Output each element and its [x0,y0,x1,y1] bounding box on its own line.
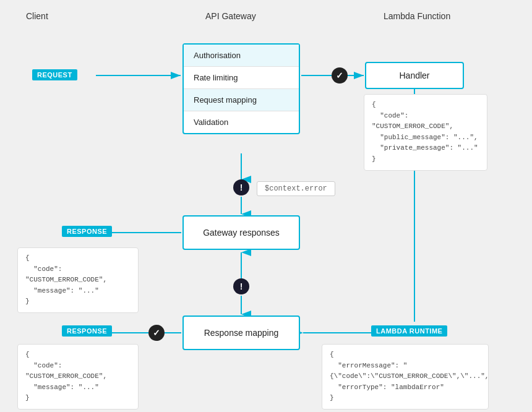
apigw-item-authorisation: Authorisation [184,45,299,67]
exclaim-circle-1: ! [233,179,249,195]
diagram-container: Client API Gateway Lambda Function REQUE… [0,0,532,412]
lambda-header: Lambda Function [384,11,450,21]
check-circle-bottom: ✓ [148,325,165,341]
handler-code-block: { "code": "CUSTOM_ERROR_CODE", "public_m… [364,94,487,171]
handler-code-text: { "code": "CUSTOM_ERROR_CODE", "public_m… [372,101,478,163]
apigw-item-request-mapping: Request mapping [184,89,299,111]
client-header: Client [26,11,48,21]
gateway-responses-box: Gateway responses [182,215,300,250]
apigw-item-validation: Validation [184,111,299,133]
lambda-runtime-label: LAMBDA RUNTIME [371,325,447,337]
apigw-item-rate-limiting: Rate limiting [184,67,299,89]
context-error-label: $context.error [257,181,335,196]
apigw-header: API Gateway [205,11,256,21]
exclaim-circle-2: ! [233,278,249,294]
response-mapping-code-block: { "code": "CUSTOM_ERROR_CODE", "message"… [17,344,139,410]
handler-box: Handler [365,62,464,89]
request-label: REQUEST [32,69,77,80]
lambda-runtime-code-block: { "errorMessage": "{\"code\":\"CUSTOM_ER… [322,344,489,410]
apigw-box: Authorisation Rate limiting Request mapp… [182,43,300,134]
gateway-response-code-block: { "code": "CUSTOM_ERROR_CODE", "message"… [17,247,139,313]
response-mapping-box: Response mapping [182,315,300,350]
check-circle-top: ✓ [332,67,348,84]
response-label-1: RESPONSE [62,226,112,237]
response-label-2: RESPONSE [62,325,112,337]
gateway-code-text: { "code": "CUSTOM_ERROR_CODE", "message"… [25,254,107,305]
response-mapping-code-text: { "code": "CUSTOM_ERROR_CODE", "message"… [25,351,107,401]
lambda-code-text: { "errorMessage": "{\"code\":\"CUSTOM_ER… [330,351,489,401]
